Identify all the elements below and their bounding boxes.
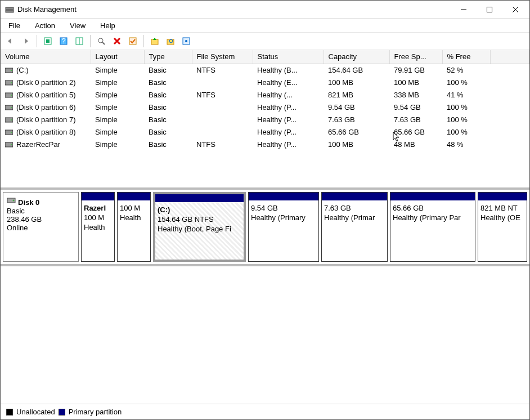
minimize-button[interactable] xyxy=(451,1,477,18)
partition[interactable]: RazerI100 MHealth xyxy=(81,192,115,262)
layout-icon[interactable] xyxy=(73,35,86,47)
app-icon xyxy=(5,5,14,14)
col-header[interactable]: Layout xyxy=(91,50,144,64)
table-row[interactable]: (C:)SimpleBasicNTFSHealthy (B...154.64 G… xyxy=(1,64,529,76)
svg-point-21 xyxy=(11,70,12,71)
menu-action[interactable]: Action xyxy=(29,20,61,31)
col-header[interactable]: File System xyxy=(192,50,253,64)
back-button[interactable] xyxy=(4,35,16,47)
col-header[interactable]: Type xyxy=(144,50,192,64)
table-row[interactable]: (Disk 0 partition 2)SimpleBasicHealthy (… xyxy=(1,76,529,88)
partition[interactable]: 100 MHealth xyxy=(117,192,151,262)
toolbar: ? xyxy=(1,32,529,50)
legend-swatch-unallocated xyxy=(6,409,13,415)
disk-size: 238.46 GB xyxy=(7,215,75,224)
delete-icon[interactable] xyxy=(111,35,123,47)
svg-rect-15 xyxy=(151,39,158,44)
col-header[interactable]: Free Sp... xyxy=(389,50,442,64)
svg-rect-3 xyxy=(487,7,492,12)
disk-status: Online xyxy=(7,224,75,232)
col-header[interactable]: Capacity xyxy=(324,50,389,64)
col-header[interactable]: % Free xyxy=(442,50,490,64)
partition[interactable]: 821 MB NTHealthy (OE xyxy=(478,192,527,262)
table-row[interactable]: RazerRecParSimpleBasicNTFSHealthy (P...1… xyxy=(1,138,529,150)
svg-point-33 xyxy=(11,144,12,145)
disk-map: Disk 0 Basic 238.46 GB Online RazerI100 … xyxy=(1,190,529,266)
legend-swatch-primary xyxy=(59,409,65,415)
col-header[interactable]: Status xyxy=(253,50,324,64)
svg-point-12 xyxy=(98,38,103,43)
svg-rect-0 xyxy=(6,7,14,10)
up-icon[interactable] xyxy=(149,35,161,47)
legend-label-primary: Primary partition xyxy=(69,408,122,416)
disk-type: Basic xyxy=(7,207,75,215)
window-title: Disk Management xyxy=(17,5,451,14)
svg-rect-16 xyxy=(167,39,174,44)
svg-rect-14 xyxy=(129,38,136,44)
menu-view[interactable]: View xyxy=(64,20,91,31)
table-row[interactable]: (Disk 0 partition 8)SimpleBasicHealthy (… xyxy=(1,126,529,138)
svg-point-31 xyxy=(11,132,12,133)
titlebar: Disk Management xyxy=(1,1,529,19)
menubar: File Action View Help xyxy=(1,19,529,32)
options-icon[interactable] xyxy=(180,35,192,47)
table-row[interactable]: (Disk 0 partition 6)SimpleBasicHealthy (… xyxy=(1,101,529,113)
disk-label: Disk 0 xyxy=(18,198,39,207)
svg-point-29 xyxy=(11,119,12,120)
legend-label-unallocated: Unallocated xyxy=(16,408,55,416)
volume-list[interactable]: VolumeLayoutTypeFile SystemStatusCapacit… xyxy=(1,50,529,190)
legend: Unallocated Primary partition xyxy=(1,404,529,419)
svg-line-13 xyxy=(102,42,105,44)
svg-rect-1 xyxy=(6,10,14,12)
partition[interactable]: 7.63 GBHealthy (Primar xyxy=(321,192,388,262)
col-header[interactable]: Volume xyxy=(1,50,91,64)
help-icon[interactable]: ? xyxy=(57,35,70,47)
svg-point-35 xyxy=(13,200,15,202)
partition[interactable]: (C:)154.64 GB NTFSHealthy (Boot, Page Fi xyxy=(153,192,246,262)
svg-point-23 xyxy=(11,82,12,83)
partition[interactable]: 9.54 GBHealthy (Primary xyxy=(248,192,319,262)
check-icon[interactable] xyxy=(127,35,139,47)
table-row[interactable]: (Disk 0 partition 7)SimpleBasicHealthy (… xyxy=(1,113,529,126)
svg-point-27 xyxy=(11,107,12,108)
close-button[interactable] xyxy=(502,1,528,18)
svg-point-19 xyxy=(185,40,187,42)
svg-point-25 xyxy=(11,95,12,96)
maximize-button[interactable] xyxy=(477,1,502,18)
svg-rect-7 xyxy=(46,39,50,43)
forward-button[interactable] xyxy=(20,35,32,47)
refresh-icon[interactable] xyxy=(42,35,54,47)
disk-info[interactable]: Disk 0 Basic 238.46 GB Online xyxy=(3,192,79,262)
partition[interactable]: 65.66 GBHealthy (Primary Par xyxy=(390,192,475,262)
search-icon[interactable] xyxy=(95,35,107,47)
menu-file[interactable]: File xyxy=(3,20,26,31)
menu-help[interactable]: Help xyxy=(95,20,121,31)
svg-text:?: ? xyxy=(61,37,65,45)
table-row[interactable]: (Disk 0 partition 5)SimpleBasicNTFSHealt… xyxy=(1,88,529,101)
find-icon[interactable] xyxy=(164,35,177,47)
